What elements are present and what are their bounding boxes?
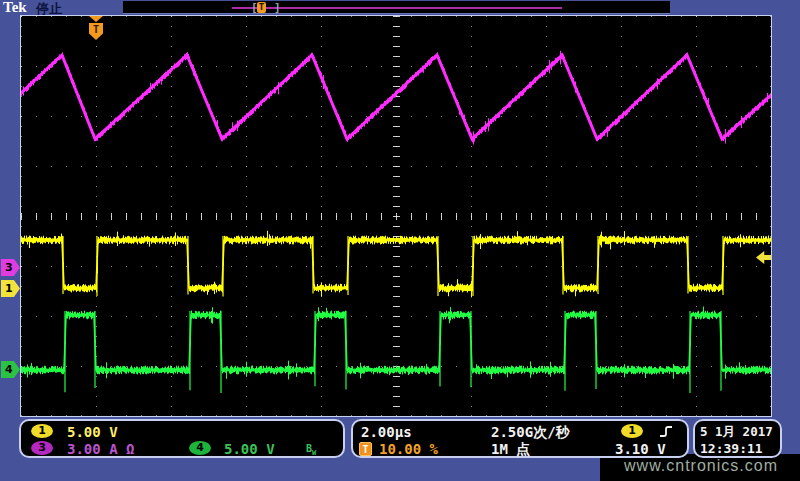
oscilloscope-screen: Tek 停止 [ ] T 3 1 4 T 1 5.00 V 3 3.00 A Ω… xyxy=(0,0,800,481)
ch1-ground-marker[interactable]: 1 xyxy=(1,280,20,297)
channel-readout-panel: 1 5.00 V 3 3.00 A Ω 4 5.00 V BW xyxy=(19,419,345,458)
ch3-scale-readout: 3.00 A Ω xyxy=(67,441,134,457)
tek-logo: Tek xyxy=(3,0,27,16)
ch1-scale-readout: 5.00 V xyxy=(67,424,118,440)
ch4-badge: 4 xyxy=(189,441,211,455)
record-window-right-bracket[interactable]: ] xyxy=(274,1,281,14)
datetime-panel: 5 1月 2017 12:39:11 xyxy=(693,419,782,458)
sample-rate-readout: 2.50G次/秒 xyxy=(491,424,570,442)
header-bar: Tek 停止 [ ] T xyxy=(0,0,800,15)
bandwidth-limit-icon: BW xyxy=(306,443,316,457)
waveform-display xyxy=(20,15,772,417)
record-length-readout: 1M 点 xyxy=(491,441,530,459)
ch3-badge: 3 xyxy=(31,441,53,455)
waveform-canvas xyxy=(21,16,771,416)
timebase-readout: 2.00µs xyxy=(361,424,412,440)
ch4-scale-readout: 5.00 V xyxy=(224,441,275,457)
horizontal-trigger-panel: 2.00µs 2.50G次/秒 1 T 10.00 % 1M 点 3.10 V xyxy=(351,419,689,458)
trigger-level-readout: 3.10 V xyxy=(615,441,666,457)
record-trigger-icon[interactable]: T xyxy=(257,2,266,13)
record-view-strip: [ ] T xyxy=(123,1,670,14)
ch1-badge: 1 xyxy=(31,424,53,438)
trigger-position-t-icon: T xyxy=(359,442,372,456)
date-readout: 5 1月 2017 xyxy=(700,424,773,441)
record-view-line xyxy=(232,7,562,9)
trigger-source-badge: 1 xyxy=(621,424,643,438)
ch4-ground-marker[interactable]: 4 xyxy=(1,361,20,378)
watermark: www.cntronics.com xyxy=(604,457,798,475)
ch3-ground-marker[interactable]: 3 xyxy=(1,259,20,276)
time-readout: 12:39:11 xyxy=(700,441,763,456)
trigger-position-readout: 10.00 % xyxy=(379,441,438,457)
